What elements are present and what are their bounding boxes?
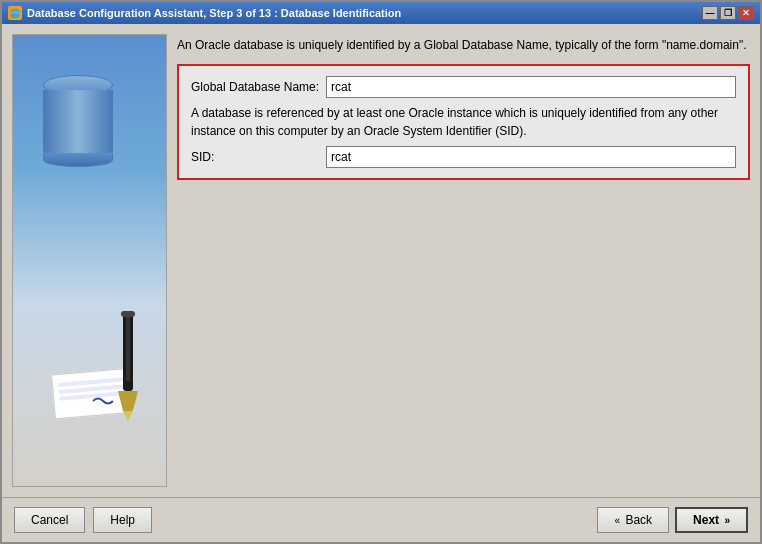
cancel-button[interactable]: Cancel [14, 507, 85, 533]
global-db-name-input[interactable] [326, 76, 736, 98]
right-buttons: « Back Next » [597, 507, 748, 533]
right-panel: An Oracle database is uniquely identifie… [177, 34, 750, 487]
back-button[interactable]: « Back [597, 507, 669, 533]
next-button[interactable]: Next » [675, 507, 748, 533]
restore-button[interactable]: ❐ [720, 6, 736, 20]
next-icon: » [724, 515, 730, 526]
back-icon: « [614, 515, 620, 526]
window-title: Database Configuration Assistant, Step 3… [27, 7, 702, 19]
back-label: Back [625, 513, 652, 527]
illustration-panel [12, 34, 167, 487]
svg-point-2 [11, 14, 19, 18]
minimize-button[interactable]: — [702, 6, 718, 20]
content-area: An Oracle database is uniquely identifie… [2, 24, 760, 497]
description-top: An Oracle database is uniquely identifie… [177, 34, 750, 56]
left-buttons: Cancel Help [14, 507, 152, 533]
global-db-name-row: Global Database Name: [191, 76, 736, 98]
svg-marker-5 [118, 391, 138, 411]
sid-input[interactable] [326, 146, 736, 168]
main-window: Database Configuration Assistant, Step 3… [0, 0, 762, 544]
title-bar: Database Configuration Assistant, Step 3… [2, 2, 760, 24]
sid-row: SID: [191, 146, 736, 168]
window-controls: — ❐ ✕ [702, 6, 754, 20]
cylinder-body [43, 90, 113, 155]
next-label: Next [693, 513, 719, 527]
button-bar: Cancel Help « Back Next » [2, 497, 760, 542]
svg-marker-6 [123, 411, 133, 421]
form-box: Global Database Name: A database is refe… [177, 64, 750, 180]
spacer [177, 188, 750, 487]
app-icon [8, 6, 22, 20]
cylinder-bottom [43, 153, 113, 167]
pen-svg [88, 306, 167, 426]
close-button[interactable]: ✕ [738, 6, 754, 20]
database-cylinder [43, 75, 113, 155]
global-db-name-label: Global Database Name: [191, 80, 326, 94]
help-button[interactable]: Help [93, 507, 152, 533]
description-mid: A database is referenced by at least one… [191, 104, 736, 140]
sid-label: SID: [191, 150, 326, 164]
svg-rect-4 [126, 311, 130, 381]
svg-rect-7 [121, 311, 135, 317]
